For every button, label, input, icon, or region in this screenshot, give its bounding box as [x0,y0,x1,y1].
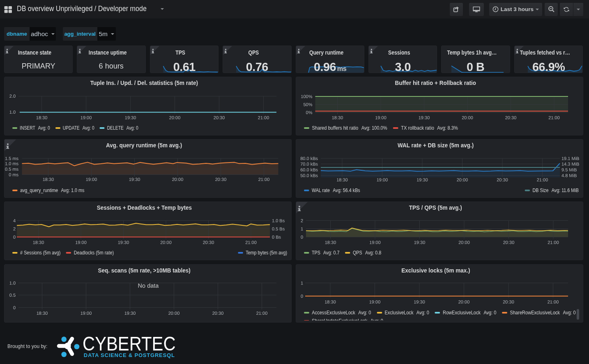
svg-text:0.5: 0.5 [9,293,16,298]
svg-text:18:30: 18:30 [324,299,336,304]
svg-text:20:30: 20:30 [215,177,227,182]
svg-text:18:30: 18:30 [37,311,48,316]
svg-text:0 ms: 0 ms [9,172,18,177]
svg-text:21:00: 21:00 [547,299,559,304]
svg-text:CYBERTEC: CYBERTEC [83,332,176,355]
svg-text:20:30: 20:30 [214,115,225,120]
svg-text:21:00: 21:00 [245,240,257,245]
svg-text:18:30: 18:30 [33,240,44,245]
svg-text:19:30: 19:30 [125,115,136,120]
svg-text:18:30: 18:30 [43,177,54,182]
svg-text:14.3 MiB: 14.3 MiB [561,162,579,167]
svg-text:19:00: 19:00 [81,115,92,120]
svg-text:18:30: 18:30 [336,177,348,182]
svg-text:1.5 ms: 1.5 ms [5,156,19,161]
svg-text:70.0 kBs: 70.0 kBs [300,161,318,166]
svg-text:20:30: 20:30 [497,177,508,182]
svg-text:18:30: 18:30 [36,115,48,120]
svg-text:18:30: 18:30 [331,115,343,120]
svg-text:20:00: 20:00 [160,240,172,245]
svg-text:0: 0 [13,305,16,310]
svg-text:60.0 kBs: 60.0 kBs [300,167,318,172]
svg-text:0: 0 [13,234,16,239]
svg-text:1: 1 [300,280,303,285]
svg-text:19:00: 19:00 [375,115,387,120]
svg-text:20:00: 20:00 [458,299,469,304]
svg-text:21:00: 21:00 [256,311,268,316]
svg-text:DATA SCIENCE & POSTGRESQL: DATA SCIENCE & POSTGRESQL [84,352,175,358]
svg-text:19:30: 19:30 [124,311,136,316]
svg-text:21:00: 21:00 [258,177,270,182]
svg-text:19:30: 19:30 [414,240,425,245]
svg-text:1.0 ms: 1.0 ms [5,161,19,166]
svg-text:0: 0 [300,234,303,239]
svg-text:21:00: 21:00 [258,115,269,120]
svg-text:18:30: 18:30 [324,240,336,245]
svg-text:20:00: 20:00 [456,177,468,182]
svg-text:50.0 kBs: 50.0 kBs [300,173,318,178]
svg-text:19:00: 19:00 [376,177,388,182]
svg-text:0: 0 [300,293,303,298]
svg-text:19:30: 19:30 [418,115,430,120]
svg-text:19:00: 19:00 [75,240,87,245]
svg-text:20:30: 20:30 [505,115,516,120]
svg-text:9.5 MiB: 9.5 MiB [561,167,576,172]
svg-text:19:30: 19:30 [118,240,129,245]
svg-text:2: 2 [300,218,303,223]
svg-text:19:00: 19:00 [86,177,97,182]
svg-text:19:30: 19:30 [414,299,425,304]
svg-text:20:00: 20:00 [168,311,180,316]
svg-text:19:30: 19:30 [129,177,140,182]
svg-text:20:30: 20:30 [203,240,214,245]
svg-text:0%: 0% [306,110,312,115]
svg-text:1: 1 [300,226,303,231]
svg-text:No data: No data [138,282,159,289]
svg-text:21:00: 21:00 [548,240,559,245]
svg-text:1.0: 1.0 [9,110,16,114]
svg-text:21:00: 21:00 [536,177,548,182]
svg-text:100%: 100% [301,94,312,99]
svg-text:0 Bs: 0 Bs [272,235,281,240]
svg-text:2: 2 [13,226,16,231]
svg-text:4: 4 [13,218,16,223]
svg-text:1.0: 1.0 [9,280,16,285]
svg-text:19:00: 19:00 [81,311,92,316]
svg-text:19:00: 19:00 [369,299,380,304]
svg-text:20:00: 20:00 [462,115,473,120]
svg-text:20:30: 20:30 [503,240,514,245]
svg-text:19:00: 19:00 [369,240,381,245]
svg-text:19.1 MiB: 19.1 MiB [561,156,579,161]
svg-text:20:30: 20:30 [212,311,224,316]
svg-text:50%: 50% [303,102,312,107]
svg-text:20:00: 20:00 [172,177,184,182]
svg-text:20:00: 20:00 [458,240,470,245]
svg-text:20:00: 20:00 [169,115,181,120]
svg-text:19:30: 19:30 [416,177,428,182]
svg-text:80.0 kBs: 80.0 kBs [300,156,318,161]
svg-text:0.5 Bs: 0.5 Bs [272,227,285,231]
svg-text:2.0: 2.0 [9,94,16,98]
svg-text:0.5 ms: 0.5 ms [5,167,19,172]
svg-text:20:30: 20:30 [503,299,514,304]
svg-text:1.0 Bs: 1.0 Bs [272,218,285,223]
svg-text:21:00: 21:00 [548,115,560,120]
svg-text:4.8 MiB: 4.8 MiB [561,173,576,178]
